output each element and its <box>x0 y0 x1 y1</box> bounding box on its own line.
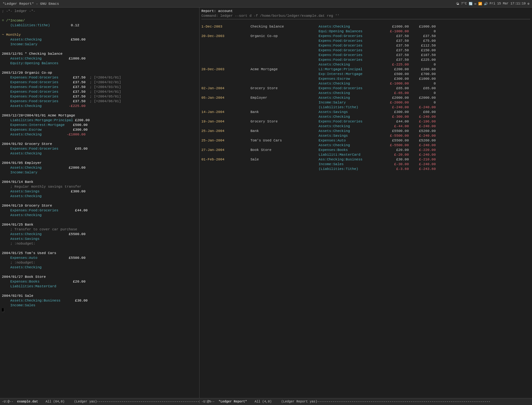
report-row-20: Assets:Checking £-300.00 £-240.00 <box>201 115 530 119</box>
report-row-3: 20-Dec-2003 Organic Co-op Expens:Food:Gr… <box>201 34 530 39</box>
assets-checking-1000: Assets:Checking £1000.00 <box>2 56 197 61</box>
report-row-23: 25-Jan-2004 Bank Assets:Checking £5500.0… <box>201 129 530 134</box>
report-command: Command: ledger --sort d -f /home/borbus… <box>201 14 530 18</box>
groceries-1: Expenses:Food:Groceries £37.50 ; [=2004/… <box>2 75 197 80</box>
report-row-28: Liabiliti:MasterCard £-20.00 £-240.00 <box>201 153 530 157</box>
report-row-17: Income:Salary £-2000.00 0 <box>201 100 530 105</box>
monthly-periodic: ~ Monthly <box>2 33 197 37</box>
groceries-2: Expenses:Food:Groceries £37.50 ; [=2004/… <box>2 80 197 85</box>
assets-checking-e: Assets:Checking <box>2 265 197 270</box>
groceries-5: Expenses:Food:Groceries £37.50 ; [=2004/… <box>2 94 197 99</box>
blank-3 <box>2 47 197 52</box>
right-pane: Report: account Command: ledger --sort d… <box>200 8 532 398</box>
savings-comment: ; Regular monthly savings transfer <box>2 184 197 189</box>
title-bar: *Ledger Report* - GNU Emacs 🌤 7°C 🔄 ✉ 📶 … <box>0 0 532 8</box>
txn-2004-01-27: 2004/01/27 Book Store <box>2 275 197 279</box>
income-salary-1: Income:Salary <box>2 42 197 47</box>
datetime: Fri 15 Mar 17:11:19 <box>490 2 526 5</box>
assets-checking-g: Assets:Checking <box>2 151 197 156</box>
txn-2004-02-01: 2004/02/01 Sale <box>2 294 197 298</box>
left-status-text: -U:@-- example.dat All (64,0) (Ledger ya… <box>2 400 200 403</box>
report-row-13: Assets:Checking £-1000.00 0 <box>201 81 530 86</box>
liabilities-mastercard: Liabilities:MasterCard <box>2 284 197 289</box>
report-row-29: 01-Feb-2004 Sale Ass:Checking:Business £… <box>201 157 530 162</box>
report-row-25: 25-Jan-2004 Tom's Used Cars Expenses:Aut… <box>201 138 530 143</box>
report-row-11: Exp:Interest:Mortgage £500.00 £700.00 <box>201 72 530 77</box>
blank-10 <box>2 218 197 222</box>
report-row-5: Expens:Food:Groceries £37.50 £112.50 <box>201 43 530 48</box>
assets-checking-225: Assets:Checking -£225.00 <box>2 104 197 109</box>
report-row-31: (Liabilities:Tithe) £-3.60 £-243.60 <box>201 167 530 171</box>
assets-checking-c: Assets:Checking <box>2 213 197 218</box>
blank-9 <box>2 199 197 203</box>
window-title: *Ledger Report* - GNU Emacs <box>3 2 59 6</box>
expenses-books: Expenses:Books £20.00 <box>2 279 197 284</box>
nobudget-2: ; :nobudget: <box>2 260 197 265</box>
report-row-22: Assets:Checking £-44.00 £-240.00 <box>201 124 530 129</box>
report-row-1: 1-Dec-2003 Checking balance Assets:Check… <box>201 24 530 29</box>
blank-6 <box>2 137 197 142</box>
status-left: -U:@-- example.dat All (64,0) (Ledger ya… <box>0 400 200 403</box>
assets-checking-neg1000: Assets:Checking -£1000.00 <box>2 132 197 137</box>
blank-8 <box>2 175 197 180</box>
left-pane[interactable]: ; -*- ledger -*- = /*Income/ (Liabilitie… <box>0 8 200 398</box>
txn-2004-01-19: 2004/01/19 Grocery Store <box>2 203 197 208</box>
volume-icon[interactable]: 🔊 <box>484 2 488 6</box>
txn-2004-01-25-cars: 2004/01/25 Tom's Used Cars <box>2 251 197 256</box>
blank-11 <box>2 246 197 251</box>
groceries-4: Expenses:Food:Groceries £37.50 ; [=2004/… <box>2 90 197 94</box>
report-row-26: Assets:Checking £-5500.00 £-240.00 <box>201 143 530 148</box>
assets-checking-500: Assets:Checking £500.00 <box>2 37 197 42</box>
mail-icon[interactable]: ✉ <box>474 2 476 6</box>
expenses-auto: Expenses:Auto £5500.00 <box>2 256 197 260</box>
txn-2003-12-28: 2003/12/28=2004/01/01 Acme Mortgage <box>2 113 197 118</box>
temperature: 7°C <box>461 2 467 5</box>
txn-2003-12-01: 2003/12/01 * Checking balance <box>2 52 197 56</box>
weather-icon: 🌤 <box>456 2 459 6</box>
assets-checking-2000: Assets:Checking £2000.00 <box>2 165 197 170</box>
income-header: = /*Income/ <box>2 18 197 23</box>
blank-12 <box>2 270 197 275</box>
blank-line <box>2 14 197 18</box>
mortgage-principal: Liabilities:Mortgage:Principal £200.00 <box>2 118 197 123</box>
refresh-icon[interactable]: 🔄 <box>469 2 472 6</box>
report-row-6: Expens:Food:Groceries £37.50 £150.00 <box>201 48 530 53</box>
report-row-10: 28-Dec-2003 Acme Mortgage Li:Mortgage:Pr… <box>201 67 530 72</box>
groceries-44: Expenses:Food:Groceries £44.00 <box>2 208 197 213</box>
assets-checking-b: Assets:Checking <box>2 194 197 199</box>
groceries-3: Expenses:Food:Groceries £37.50 ; [=2004/… <box>2 85 197 90</box>
txn-2004-01-05: 2004/01/05 Employer <box>2 161 197 165</box>
report-row-18: (Liabilities:Tithe) £-240.00 £-240.00 <box>201 105 530 110</box>
settings-icon[interactable]: ⚙ <box>528 2 529 6</box>
status-bar: -U:@-- example.dat All (64,0) (Ledger ya… <box>0 398 532 405</box>
report-row-24: Assets:Savings £-5500.00 £-240.00 <box>201 134 530 138</box>
escrow: Expenses:Escrow £300.00 <box>2 128 197 132</box>
assets-checking-5500: Assets:Checking £5500.00 <box>2 232 197 237</box>
report-row-19: 14-Jan-2004 Bank Assets:Savings £300.00 … <box>201 110 530 115</box>
txn-2004-01-14: 2004/01/14 Bank <box>2 180 197 184</box>
txn-2004-01-25-bank: 2004/01/25 Bank <box>2 222 197 227</box>
blank-4 <box>2 66 197 71</box>
assets-checking-business: Assets:Checking:Business £30.00 <box>2 298 197 303</box>
report-row-4: Expens:Food:Groceries £37.50 £75.00 <box>201 39 530 43</box>
report-row-12: Expenses:Escrow £300.00 £1000.00 <box>201 77 530 81</box>
txn-2003-12-20: 2003/12/20 Organic Co-op <box>2 71 197 75</box>
assets-savings-300: Assets:Savings £300.00 <box>2 189 197 194</box>
blank-line-2 <box>2 28 197 33</box>
liabilities-tithe-line: (Liabilities:Tithe) 0.12 <box>2 23 197 28</box>
report-title: Report: account <box>201 9 530 14</box>
income-sales: Income:Sales <box>2 303 197 308</box>
groceries-65: Expenses:Food:Groceries £65.00 <box>2 146 197 151</box>
report-row-2: Equi:Opening Balances £-1000.00 0 <box>201 29 530 34</box>
equity-opening: Equity:Opening Balances <box>2 61 197 66</box>
report-row-27: 27-Jan-2004 Book Store Expenses:Books £2… <box>201 148 530 153</box>
right-status-text: -U:@%-- *Ledger Report* All (4,0) (Ledge… <box>201 400 490 403</box>
txn-2004-01-02: 2004/01/02 Grocery Store <box>2 142 197 146</box>
report-row-7: Expens:Food:Groceries £37.50 £187.50 <box>201 53 530 58</box>
blank-7 <box>2 156 197 161</box>
title-bar-left: *Ledger Report* - GNU Emacs <box>3 2 59 6</box>
groceries-6: Expenses:Food:Groceries £37.50 ; [=2004/… <box>2 99 197 104</box>
cursor-line: █ <box>2 308 197 313</box>
assets-savings-d: Assets:Savings <box>2 237 197 241</box>
blank-13 <box>2 289 197 294</box>
